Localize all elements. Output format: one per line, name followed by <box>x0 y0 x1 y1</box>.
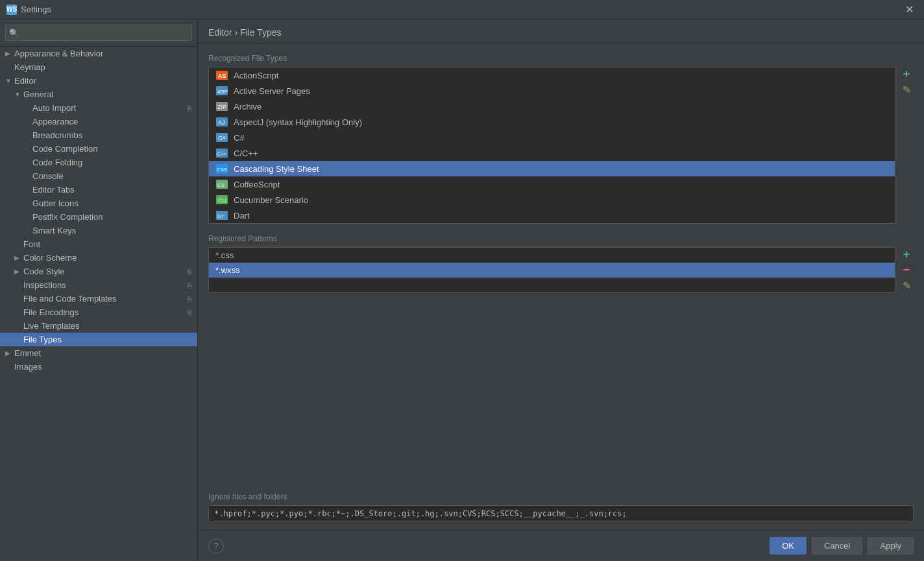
arrow-icon: ▼ <box>5 77 14 84</box>
file-type-csharp[interactable]: C# C# <box>209 130 895 145</box>
sidebar-item-label: Console <box>32 171 192 181</box>
sidebar-item-code-style[interactable]: ▶ Code Style ⎘ <box>0 265 197 278</box>
sidebar-item-smart-keys[interactable]: Smart Keys <box>0 224 197 237</box>
svg-text:C++: C++ <box>217 151 226 157</box>
sidebar-item-inspections[interactable]: Inspections ⎘ <box>0 278 197 292</box>
sidebar-item-label: Auto Import <box>32 103 185 113</box>
sidebar-item-appearance[interactable]: Appearance <box>0 115 197 128</box>
sidebar-item-label: Breadcrumbs <box>32 130 192 140</box>
file-type-label: C/C++ <box>234 149 258 158</box>
sidebar: 🔍 ▶ Appearance & Behavior Keymap ▼ Edito… <box>0 19 198 561</box>
dialog-buttons: ? OK Cancel Apply <box>198 530 924 561</box>
file-type-label: C# <box>234 133 245 143</box>
dialog-content: 🔍 ▶ Appearance & Behavior Keymap ▼ Edito… <box>0 19 924 561</box>
sidebar-item-label: Font <box>23 239 192 249</box>
file-type-label: Cucumber Scenario <box>234 195 308 205</box>
ignore-input[interactable] <box>208 505 914 522</box>
file-type-css[interactable]: CSS Cascading Style Sheet <box>209 161 895 176</box>
sidebar-item-label: Gutter Icons <box>32 198 192 208</box>
file-type-asp[interactable]: ASP Active Server Pages <box>209 83 895 99</box>
sidebar-item-code-completion[interactable]: Code Completion <box>0 142 197 156</box>
apply-button[interactable]: Apply <box>868 537 914 555</box>
sidebar-item-editor-tabs[interactable]: Editor Tabs <box>0 183 197 197</box>
file-type-label: CoffeeScript <box>234 180 280 189</box>
arrow-icon: ▶ <box>14 268 23 275</box>
help-button[interactable]: ? <box>208 538 224 554</box>
sidebar-item-live-templates[interactable]: Live Templates <box>0 319 197 333</box>
copy-icon: ⎘ <box>188 281 192 289</box>
search-icon: 🔍 <box>9 29 19 38</box>
sidebar-item-emmet[interactable]: ▶ Emmet <box>0 346 197 360</box>
file-types-actions: + ✎ <box>895 67 914 224</box>
svg-text:CSS: CSS <box>217 167 227 173</box>
file-type-dart[interactable]: DT Dart <box>209 208 895 223</box>
sidebar-item-label: Appearance & Behavior <box>14 49 192 58</box>
arrow-icon: ▶ <box>5 350 14 357</box>
sidebar-item-label: File and Code Templates <box>23 294 185 304</box>
ignore-label: Ignore files and folders <box>208 490 914 505</box>
ok-button[interactable]: OK <box>770 537 807 555</box>
file-types-list[interactable]: AS ActionScript ASP Active Server Pages <box>208 67 895 224</box>
sidebar-item-label: Keymap <box>14 62 192 72</box>
cpp-icon: C++ <box>215 148 228 158</box>
edit-file-type-button[interactable]: ✎ <box>899 82 914 97</box>
sidebar-item-label: Editor Tabs <box>32 185 192 195</box>
sidebar-item-color-scheme[interactable]: ▶ Color Scheme <box>0 251 197 265</box>
sidebar-item-font[interactable]: Font <box>0 237 197 251</box>
title-bar: WS Settings ✕ <box>0 0 924 19</box>
sidebar-item-auto-import[interactable]: Auto Import ⎘ <box>0 101 197 115</box>
coffeescript-icon: CS <box>215 179 228 189</box>
recognized-file-types-label: Recognized File Types <box>198 51 924 67</box>
search-box: 🔍 <box>0 19 197 47</box>
file-type-label: Active Server Pages <box>234 86 310 96</box>
sidebar-item-label: Code Style <box>23 267 185 276</box>
file-type-coffeescript[interactable]: CS CoffeeScript <box>209 176 895 192</box>
sidebar-item-label: Code Completion <box>32 144 192 154</box>
sidebar-item-images[interactable]: Images <box>0 360 197 374</box>
main-panel: Editor › File Types Recognized File Type… <box>198 19 924 561</box>
file-type-cucumber[interactable]: CU Cucumber Scenario <box>209 192 895 208</box>
add-file-type-button[interactable]: + <box>899 67 914 81</box>
sidebar-item-code-folding[interactable]: Code Folding <box>0 156 197 169</box>
cancel-button[interactable]: Cancel <box>812 537 862 555</box>
sidebar-item-label: File Encodings <box>23 307 185 317</box>
sidebar-item-label: Inspections <box>23 280 185 290</box>
sidebar-item-appearance-behavior[interactable]: ▶ Appearance & Behavior <box>0 47 197 60</box>
sidebar-item-breadcrumbs[interactable]: Breadcrumbs <box>0 128 197 142</box>
breadcrumb: Editor › File Types <box>198 19 924 43</box>
archive-icon: ZIP <box>215 101 228 112</box>
sidebar-item-postfix-completion[interactable]: Postfix Completion <box>0 210 197 224</box>
sidebar-item-console[interactable]: Console <box>0 169 197 183</box>
sidebar-item-label: Postfix Completion <box>32 212 192 222</box>
add-pattern-button[interactable]: + <box>899 247 914 261</box>
remove-pattern-button[interactable]: − <box>899 263 914 277</box>
sidebar-item-gutter-icons[interactable]: Gutter Icons <box>0 197 197 210</box>
sidebar-item-file-encodings[interactable]: File Encodings ⎘ <box>0 305 197 319</box>
sidebar-item-editor[interactable]: ▼ Editor <box>0 74 197 88</box>
sidebar-item-file-and-code-templates[interactable]: File and Code Templates ⎘ <box>0 292 197 305</box>
close-button[interactable]: ✕ <box>901 2 918 17</box>
svg-text:CS: CS <box>217 182 225 188</box>
copy-icon: ⎘ <box>188 295 192 303</box>
file-type-archive[interactable]: ZIP Archive <box>209 99 895 114</box>
asp-icon: ASP <box>215 86 228 96</box>
svg-text:ASP: ASP <box>217 89 228 95</box>
pattern-wxss[interactable]: *.wxss <box>209 263 895 278</box>
sidebar-item-label: Smart Keys <box>32 226 192 235</box>
edit-pattern-button[interactable]: ✎ <box>899 278 914 292</box>
file-type-aspectj[interactable]: AJ AspectJ (syntax Highlighting Only) <box>209 114 895 130</box>
app-icon: WS <box>6 5 17 15</box>
pattern-css[interactable]: *.css <box>209 248 895 263</box>
file-type-actionscript[interactable]: AS ActionScript <box>209 67 895 83</box>
sidebar-item-keymap[interactable]: Keymap <box>0 60 197 74</box>
search-input[interactable] <box>5 25 192 41</box>
sidebar-item-general[interactable]: ▼ General <box>0 88 197 101</box>
sidebar-item-file-types[interactable]: File Types <box>0 333 197 346</box>
svg-text:CU: CU <box>218 197 226 204</box>
arrow-icon: ▶ <box>5 50 14 57</box>
css-icon: CSS <box>215 163 228 174</box>
copy-icon: ⎘ <box>188 104 192 112</box>
patterns-list[interactable]: *.css *.wxss <box>208 247 895 292</box>
file-type-cpp[interactable]: C++ C/C++ <box>209 145 895 161</box>
sidebar-item-label: Appearance <box>32 117 192 126</box>
